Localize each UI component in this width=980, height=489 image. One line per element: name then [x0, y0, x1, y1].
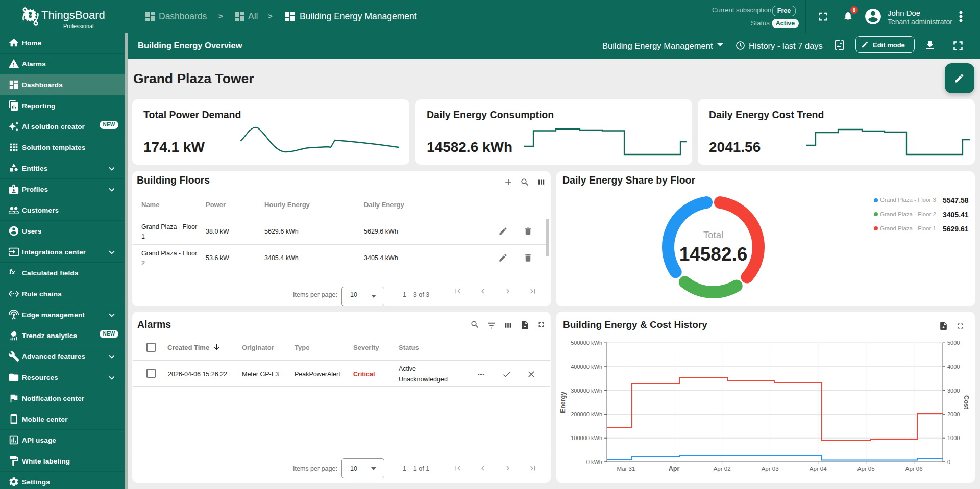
svg-text:Mar 31: Mar 31: [617, 466, 635, 472]
svg-text:3000: 3000: [947, 388, 960, 394]
svg-text:Apr 03: Apr 03: [762, 466, 779, 472]
svg-text:2000: 2000: [947, 411, 960, 417]
svg-text:0: 0: [947, 459, 950, 465]
svg-text:300000 kWh: 300000 kWh: [571, 388, 602, 394]
svg-text:Apr 04: Apr 04: [810, 466, 827, 472]
svg-text:Apr 02: Apr 02: [714, 466, 731, 472]
svg-text:Energy: Energy: [559, 392, 567, 413]
svg-text:Cost: Cost: [963, 395, 970, 410]
svg-text:1000: 1000: [947, 435, 960, 441]
svg-text:4000: 4000: [947, 364, 960, 370]
svg-text:400000 kWh: 400000 kWh: [571, 364, 602, 370]
svg-text:100000 kWh: 100000 kWh: [571, 435, 602, 441]
svg-text:500000 kWh: 500000 kWh: [571, 340, 602, 346]
svg-text:5000: 5000: [947, 340, 960, 346]
svg-text:Apr 06: Apr 06: [905, 466, 923, 472]
svg-text:0 kWh: 0 kWh: [586, 459, 602, 465]
svg-text:Apr 05: Apr 05: [857, 466, 875, 472]
svg-text:200000 kWh: 200000 kWh: [571, 411, 602, 417]
svg-text:Apr: Apr: [669, 465, 680, 472]
